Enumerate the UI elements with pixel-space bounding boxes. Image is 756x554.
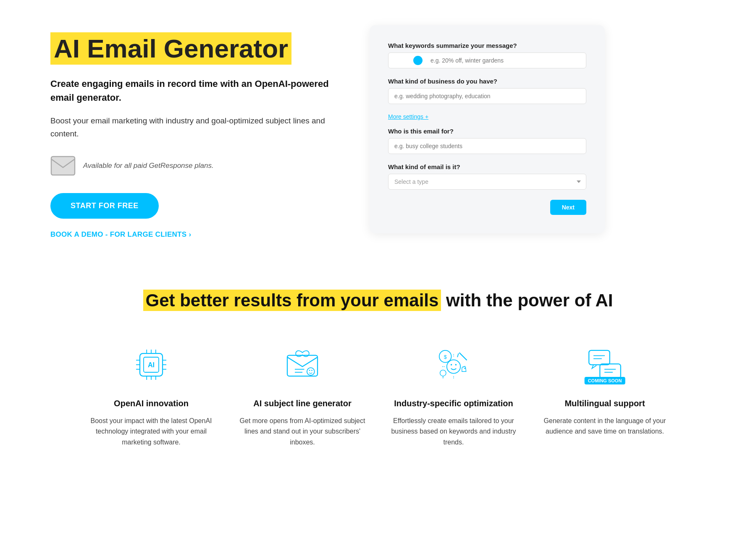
feature-title-industry: Industry-specific optimization xyxy=(391,398,517,409)
feature-desc-subject-line: Get more opens from AI-optimized subject… xyxy=(239,416,365,448)
form-next-button[interactable]: Next xyxy=(550,200,586,215)
form-group-audience: Who is this email for? xyxy=(388,128,586,154)
hero-title-wrapper: AI Email Generator xyxy=(50,34,336,63)
svg-line-24 xyxy=(459,353,467,360)
multilingual-icon: COMING SOON xyxy=(582,342,628,388)
page-wrapper: AI Email Generator Create engaging email… xyxy=(0,0,756,498)
benefits-section: Get better results from your emails with… xyxy=(50,281,706,473)
email-icon xyxy=(50,155,76,176)
svg-point-19 xyxy=(307,368,315,375)
svg-point-29 xyxy=(440,370,446,376)
svg-point-21 xyxy=(311,370,312,371)
form-group-type: What kind of email is it? Select a type xyxy=(388,163,586,190)
audience-label: Who is this email for? xyxy=(388,128,586,135)
feature-desc-multilingual: Generate content in the language of your… xyxy=(542,416,668,437)
svg-text:AI: AI xyxy=(148,361,155,368)
benefits-title-highlight: Get better results from your emails xyxy=(143,290,441,311)
svg-rect-0 xyxy=(51,157,75,175)
svg-point-26 xyxy=(447,360,460,373)
svg-rect-16 xyxy=(287,355,318,376)
coming-soon-badge: COMING SOON xyxy=(585,377,625,384)
book-demo-link[interactable]: BOOK A DEMO - FOR LARGE CLIENTS › xyxy=(50,230,336,239)
feature-title-openai: OpenAI innovation xyxy=(88,398,214,409)
feature-card-openai: AI xyxy=(88,342,214,448)
hero-badge: Available for all paid GetResponse plans… xyxy=(50,155,336,176)
svg-text:$: $ xyxy=(444,354,447,360)
email-type-select[interactable]: Select a type xyxy=(388,174,586,190)
feature-desc-industry: Effortlessly create emails tailored to y… xyxy=(391,416,517,448)
hero-subtitle: Create engaging emails in record time wi… xyxy=(50,77,336,105)
svg-point-28 xyxy=(455,364,457,366)
envelope-icon xyxy=(50,156,76,176)
feature-title-subject-line: AI subject line generator xyxy=(239,398,365,409)
form-group-keywords: What keywords summarize your message? xyxy=(388,42,586,68)
svg-rect-35 xyxy=(589,350,610,364)
business-label: What kind of business do you have? xyxy=(388,78,586,85)
feature-card-industry: $ xyxy=(391,342,517,448)
keywords-label: What keywords summarize your message? xyxy=(388,42,586,49)
svg-line-25 xyxy=(457,353,459,357)
hero-form-card: What keywords summarize your message? Wh… xyxy=(370,25,605,233)
svg-rect-38 xyxy=(600,364,621,378)
openai-icon: AI xyxy=(128,342,174,388)
svg-point-20 xyxy=(309,370,310,371)
svg-point-27 xyxy=(451,364,452,366)
more-settings-link[interactable]: More settings + xyxy=(388,113,586,120)
audience-input[interactable] xyxy=(388,138,586,154)
form-group-business: What kind of business do you have? xyxy=(388,78,586,104)
hero-left: AI Email Generator Create engaging email… xyxy=(50,25,336,239)
blue-dot-indicator xyxy=(413,56,423,65)
hero-description: Boost your email marketing with industry… xyxy=(50,115,336,140)
hero-title: AI Email Generator xyxy=(50,32,291,65)
business-input[interactable] xyxy=(388,88,586,104)
feature-title-multilingual: Multilingual support xyxy=(542,398,668,409)
benefits-title: Get better results from your emails with… xyxy=(50,289,706,312)
subject-line-icon xyxy=(279,342,326,388)
feature-card-multilingual: COMING SOON Multilingual support Generat… xyxy=(542,342,668,448)
badge-text: Available for all paid GetResponse plans… xyxy=(83,162,214,170)
feature-desc-openai: Boost your impact with the latest OpenAI… xyxy=(88,416,214,448)
keyword-input-wrapper xyxy=(388,52,586,68)
features-grid: AI xyxy=(50,342,706,448)
start-for-free-button[interactable]: START FOR FREE xyxy=(50,193,159,219)
feature-card-subject-line: AI subject line generator Get more opens… xyxy=(239,342,365,448)
email-type-label: What kind of email is it? xyxy=(388,163,586,170)
industry-icon: $ xyxy=(430,342,477,388)
benefits-title-rest: with the power of AI xyxy=(446,290,613,310)
hero-section: AI Email Generator Create engaging email… xyxy=(50,25,706,239)
